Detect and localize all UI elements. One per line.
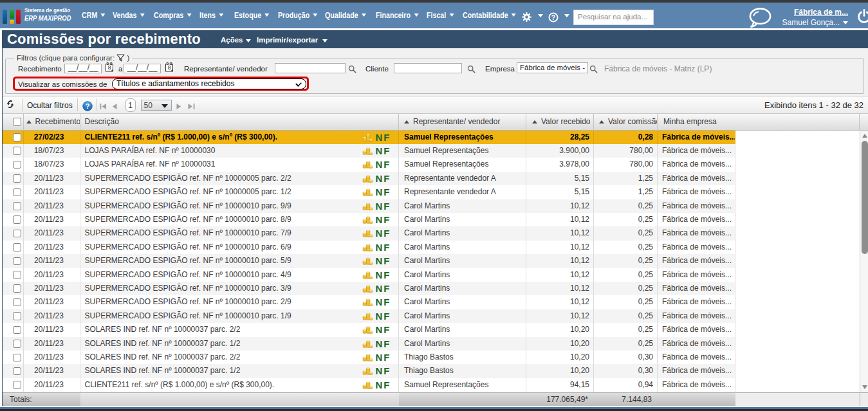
- svg-text:?: ?: [551, 14, 555, 21]
- svg-text:8: 8: [168, 64, 171, 71]
- svg-text:8: 8: [108, 64, 111, 71]
- svg-text:?: ?: [86, 102, 90, 109]
